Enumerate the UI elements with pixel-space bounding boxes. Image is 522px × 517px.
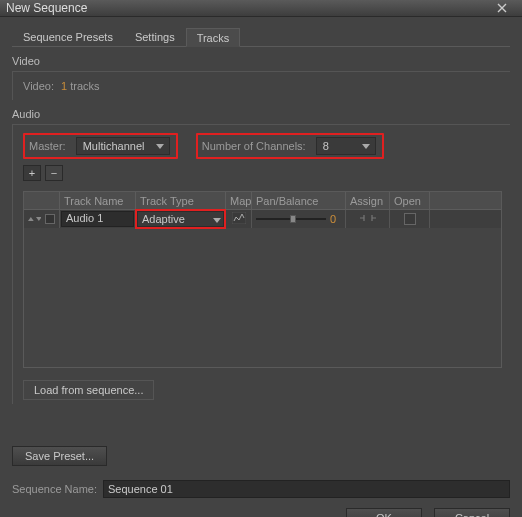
tab-sequence-presets[interactable]: Sequence Presets [12,27,124,46]
master-select[interactable]: Multichannel [76,137,170,155]
pan-value[interactable]: 0 [330,213,336,225]
add-track-button[interactable]: + [23,165,41,181]
video-section-title: Video [12,55,510,67]
pan-slider[interactable] [256,213,326,225]
channels-label: Number of Channels: [202,140,306,152]
dialog-footer: OK Cancel [12,498,510,517]
chevron-down-icon [361,144,371,149]
master-label: Master: [29,140,66,152]
audio-track-list: Track Name Track Type Map Pan/Balance As… [23,191,502,368]
col-open: Open [390,192,430,209]
table-row: Audio 1 Adaptive [24,210,501,228]
tab-bar: Sequence Presets Settings Tracks [12,27,510,47]
col-pan: Pan/Balance [252,192,346,209]
row-toggle[interactable] [45,214,55,224]
chevron-down-icon [213,213,221,225]
titlebar: New Sequence [0,0,522,17]
channels-group-highlight: Number of Channels: 8 [196,133,384,159]
tab-settings[interactable]: Settings [124,27,186,46]
video-suffix: tracks [70,80,99,92]
master-group-highlight: Master: Multichannel [23,133,178,159]
audio-section-title: Audio [12,108,510,120]
close-icon[interactable] [488,0,516,16]
track-type-select[interactable]: Adaptive [137,211,224,227]
track-name-field[interactable]: Audio 1 [61,211,134,227]
channel-map-icon[interactable] [232,212,246,226]
sequence-name-label: Sequence Name: [12,483,97,495]
track-header-row: Track Name Track Type Map Pan/Balance As… [24,192,501,210]
load-from-sequence-button[interactable]: Load from sequence... [23,380,154,400]
open-checkbox[interactable] [404,213,416,225]
video-track-count[interactable]: 1 [61,80,67,92]
remove-track-button: − [45,165,63,181]
new-sequence-dialog: New Sequence Sequence Presets Settings T… [0,0,522,517]
row-reorder-handle[interactable] [24,210,60,228]
save-preset-button[interactable]: Save Preset... [12,446,107,466]
assign-icon[interactable] [359,213,377,225]
sequence-name-field[interactable]: Sequence 01 [103,480,510,498]
audio-section: Audio Master: Multichannel Number of Cha… [12,108,510,404]
col-assign: Assign [346,192,390,209]
col-track-name: Track Name [60,192,136,209]
chevron-down-icon [155,144,165,149]
ok-button[interactable]: OK [346,508,422,517]
sequence-name-row: Sequence Name: Sequence 01 [12,480,510,498]
window-title: New Sequence [6,1,488,15]
cancel-button[interactable]: Cancel [434,508,510,517]
col-map: Map [226,192,252,209]
video-label: Video: [23,80,54,92]
video-section: Video Video: 1 tracks [12,55,510,100]
tab-tracks[interactable]: Tracks [186,28,241,47]
col-track-type: Track Type [136,192,226,209]
channels-select[interactable]: 8 [316,137,376,155]
